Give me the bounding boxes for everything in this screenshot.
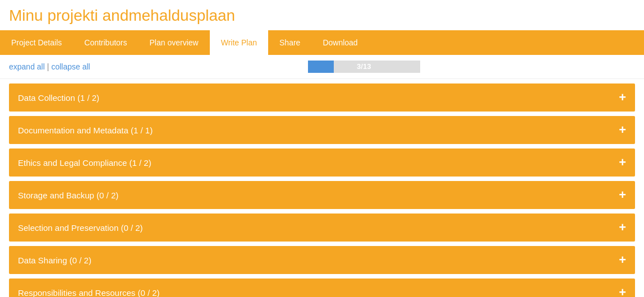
section-expand-icon: +: [619, 124, 626, 136]
progress-bar: 3/13: [308, 61, 420, 73]
nav-download[interactable]: Download: [311, 30, 369, 55]
section-row[interactable]: Storage and Backup (0 / 2)+: [9, 181, 635, 209]
progress-label: 3/13: [308, 61, 420, 73]
section-expand-icon: +: [619, 156, 626, 169]
nav-contributors[interactable]: Contributors: [73, 30, 138, 55]
nav-project-details[interactable]: Project Details: [0, 30, 73, 55]
nav-plan-overview[interactable]: Plan overview: [139, 30, 210, 55]
section-label: Selection and Preservation (0 / 2): [18, 223, 143, 233]
section-expand-icon: +: [619, 286, 626, 297]
section-label: Ethics and Legal Compliance (1 / 2): [18, 158, 151, 168]
section-label: Data Sharing (0 / 2): [18, 256, 91, 265]
expand-all-link[interactable]: expand all: [9, 62, 45, 71]
section-expand-icon: +: [619, 91, 626, 104]
nav-write-plan[interactable]: Write Plan: [210, 30, 268, 55]
sections-list: Data Collection (1 / 2)+Documentation an…: [0, 79, 644, 297]
page-title: Minu projekti andmehaldusplaan: [0, 0, 644, 30]
section-row[interactable]: Data Collection (1 / 2)+: [9, 83, 635, 112]
section-label: Data Collection (1 / 2): [18, 93, 99, 103]
section-expand-icon: +: [619, 254, 626, 266]
separator: |: [47, 62, 49, 71]
section-expand-icon: +: [619, 189, 626, 201]
progress-container: 3/13: [308, 61, 420, 73]
section-row[interactable]: Documentation and Metadata (1 / 1)+: [9, 116, 635, 144]
expand-collapse-controls: expand all | collapse all: [9, 62, 90, 71]
collapse-all-link[interactable]: collapse all: [51, 62, 90, 71]
section-expand-icon: +: [619, 221, 626, 234]
section-row[interactable]: Ethics and Legal Compliance (1 / 2)+: [9, 148, 635, 177]
section-row[interactable]: Responsibilities and Resources (0 / 2)+: [9, 279, 635, 297]
section-label: Storage and Backup (0 / 2): [18, 191, 118, 200]
section-row[interactable]: Selection and Preservation (0 / 2)+: [9, 214, 635, 242]
section-row[interactable]: Data Sharing (0 / 2)+: [9, 246, 635, 274]
section-label: Documentation and Metadata (1 / 1): [18, 126, 153, 135]
nav-share[interactable]: Share: [268, 30, 311, 55]
section-label: Responsibilities and Resources (0 / 2): [18, 288, 160, 298]
toolbar: expand all | collapse all 3/13: [0, 55, 644, 79]
nav-bar: Project Details Contributors Plan overvi…: [0, 30, 644, 55]
